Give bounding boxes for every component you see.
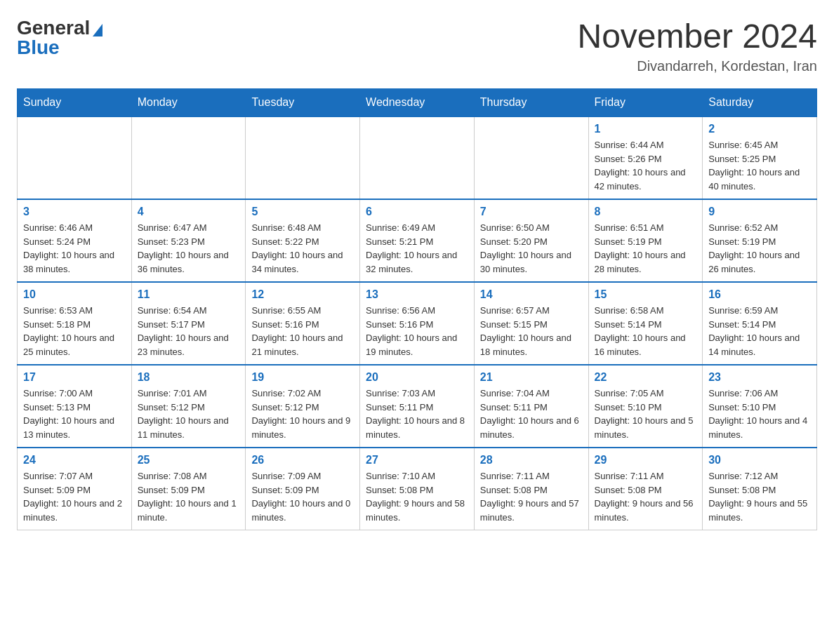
calendar-cell: [246, 116, 360, 199]
column-header-wednesday: Wednesday: [360, 89, 475, 117]
day-number: 16: [708, 288, 811, 301]
page-header: General Blue November 2024 Divandarreh, …: [17, 17, 817, 74]
calendar-cell: 6Sunrise: 6:49 AMSunset: 5:21 PMDaylight…: [360, 199, 475, 282]
day-number: 9: [708, 206, 811, 218]
column-header-thursday: Thursday: [474, 89, 588, 117]
calendar-cell: 9Sunrise: 6:52 AMSunset: 5:19 PMDaylight…: [703, 199, 817, 282]
day-info: Sunrise: 6:44 AMSunset: 5:26 PMDaylight:…: [595, 138, 697, 193]
day-number: 8: [595, 206, 697, 218]
location-subtitle: Divandarreh, Kordestan, Iran: [577, 58, 817, 74]
day-number: 24: [23, 454, 126, 467]
calendar-cell: 24Sunrise: 7:07 AMSunset: 5:09 PMDayligh…: [18, 448, 132, 530]
day-info: Sunrise: 6:56 AMSunset: 5:16 PMDaylight:…: [366, 304, 468, 358]
calendar-cell: 27Sunrise: 7:10 AMSunset: 5:08 PMDayligh…: [360, 448, 475, 530]
day-info: Sunrise: 7:08 AMSunset: 5:09 PMDaylight:…: [138, 469, 240, 524]
day-number: 13: [366, 288, 468, 301]
column-header-tuesday: Tuesday: [246, 89, 360, 117]
calendar-table: SundayMondayTuesdayWednesdayThursdayFrid…: [17, 88, 817, 530]
calendar-cell: 15Sunrise: 6:58 AMSunset: 5:14 PMDayligh…: [588, 282, 703, 365]
day-info: Sunrise: 7:09 AMSunset: 5:09 PMDaylight:…: [251, 469, 354, 524]
column-header-monday: Monday: [131, 89, 246, 117]
day-info: Sunrise: 6:53 AMSunset: 5:18 PMDaylight:…: [23, 304, 126, 358]
day-info: Sunrise: 6:54 AMSunset: 5:17 PMDaylight:…: [138, 304, 240, 358]
calendar-cell: [360, 116, 475, 199]
calendar-cell: 21Sunrise: 7:04 AMSunset: 5:11 PMDayligh…: [474, 365, 588, 448]
calendar-cell: 22Sunrise: 7:05 AMSunset: 5:10 PMDayligh…: [588, 365, 703, 448]
day-info: Sunrise: 6:52 AMSunset: 5:19 PMDaylight:…: [708, 221, 811, 276]
calendar-cell: 23Sunrise: 7:06 AMSunset: 5:10 PMDayligh…: [703, 365, 817, 448]
day-info: Sunrise: 6:46 AMSunset: 5:24 PMDaylight:…: [23, 221, 126, 276]
calendar-cell: [18, 116, 132, 199]
day-number: 30: [708, 454, 811, 467]
day-number: 28: [480, 454, 583, 467]
day-number: 4: [138, 206, 240, 218]
logo: General Blue: [17, 17, 102, 59]
day-number: 29: [595, 454, 697, 467]
calendar-cell: 19Sunrise: 7:02 AMSunset: 5:12 PMDayligh…: [246, 365, 360, 448]
day-number: 26: [251, 454, 354, 467]
week-row-1: 1Sunrise: 6:44 AMSunset: 5:26 PMDaylight…: [18, 116, 817, 199]
calendar-cell: 28Sunrise: 7:11 AMSunset: 5:08 PMDayligh…: [474, 448, 588, 530]
calendar-cell: 7Sunrise: 6:50 AMSunset: 5:20 PMDaylight…: [474, 199, 588, 282]
day-info: Sunrise: 7:11 AMSunset: 5:08 PMDaylight:…: [480, 469, 583, 524]
day-number: 27: [366, 454, 468, 467]
day-number: 18: [138, 371, 240, 384]
calendar-cell: 2Sunrise: 6:45 AMSunset: 5:25 PMDaylight…: [703, 116, 817, 199]
calendar-cell: [474, 116, 588, 199]
calendar-cell: 17Sunrise: 7:00 AMSunset: 5:13 PMDayligh…: [18, 365, 132, 448]
calendar-cell: 30Sunrise: 7:12 AMSunset: 5:08 PMDayligh…: [703, 448, 817, 530]
column-header-sunday: Sunday: [18, 89, 132, 117]
calendar-cell: 18Sunrise: 7:01 AMSunset: 5:12 PMDayligh…: [131, 365, 246, 448]
column-header-friday: Friday: [588, 89, 703, 117]
day-number: 21: [480, 371, 583, 384]
calendar-cell: 11Sunrise: 6:54 AMSunset: 5:17 PMDayligh…: [131, 282, 246, 365]
day-number: 11: [138, 288, 240, 301]
calendar-cell: 1Sunrise: 6:44 AMSunset: 5:26 PMDaylight…: [588, 116, 703, 199]
day-info: Sunrise: 6:45 AMSunset: 5:25 PMDaylight:…: [708, 138, 811, 193]
calendar-cell: 16Sunrise: 6:59 AMSunset: 5:14 PMDayligh…: [703, 282, 817, 365]
calendar-cell: 14Sunrise: 6:57 AMSunset: 5:15 PMDayligh…: [474, 282, 588, 365]
day-info: Sunrise: 7:01 AMSunset: 5:12 PMDaylight:…: [138, 387, 240, 441]
day-info: Sunrise: 6:47 AMSunset: 5:23 PMDaylight:…: [138, 221, 240, 276]
column-header-saturday: Saturday: [703, 89, 817, 117]
day-info: Sunrise: 7:04 AMSunset: 5:11 PMDaylight:…: [480, 387, 583, 441]
day-info: Sunrise: 6:57 AMSunset: 5:15 PMDaylight:…: [480, 304, 583, 358]
day-number: 19: [251, 371, 354, 384]
day-number: 2: [708, 123, 811, 135]
day-number: 23: [708, 371, 811, 384]
day-number: 22: [595, 371, 697, 384]
calendar-cell: 5Sunrise: 6:48 AMSunset: 5:22 PMDaylight…: [246, 199, 360, 282]
day-info: Sunrise: 7:12 AMSunset: 5:08 PMDaylight:…: [708, 469, 811, 524]
day-number: 7: [480, 206, 583, 218]
calendar-cell: 25Sunrise: 7:08 AMSunset: 5:09 PMDayligh…: [131, 448, 246, 530]
day-info: Sunrise: 6:59 AMSunset: 5:14 PMDaylight:…: [708, 304, 811, 358]
week-row-3: 10Sunrise: 6:53 AMSunset: 5:18 PMDayligh…: [18, 282, 817, 365]
logo-triangle: [93, 24, 102, 36]
week-row-2: 3Sunrise: 6:46 AMSunset: 5:24 PMDaylight…: [18, 199, 817, 282]
month-year-title: November 2024: [577, 17, 817, 55]
title-section: November 2024 Divandarreh, Kordestan, Ir…: [577, 17, 817, 74]
day-info: Sunrise: 6:58 AMSunset: 5:14 PMDaylight:…: [595, 304, 697, 358]
day-number: 1: [595, 123, 697, 135]
day-number: 15: [595, 288, 697, 301]
day-info: Sunrise: 6:55 AMSunset: 5:16 PMDaylight:…: [251, 304, 354, 358]
day-number: 14: [480, 288, 583, 301]
day-info: Sunrise: 7:00 AMSunset: 5:13 PMDaylight:…: [23, 387, 126, 441]
logo-text-blue: Blue: [17, 36, 102, 59]
day-number: 3: [23, 206, 126, 218]
calendar-cell: 3Sunrise: 6:46 AMSunset: 5:24 PMDaylight…: [18, 199, 132, 282]
day-info: Sunrise: 7:11 AMSunset: 5:08 PMDaylight:…: [595, 469, 697, 524]
calendar-cell: 26Sunrise: 7:09 AMSunset: 5:09 PMDayligh…: [246, 448, 360, 530]
day-info: Sunrise: 7:03 AMSunset: 5:11 PMDaylight:…: [366, 387, 468, 441]
calendar-cell: 13Sunrise: 6:56 AMSunset: 5:16 PMDayligh…: [360, 282, 475, 365]
day-info: Sunrise: 6:51 AMSunset: 5:19 PMDaylight:…: [595, 221, 697, 276]
week-row-5: 24Sunrise: 7:07 AMSunset: 5:09 PMDayligh…: [18, 448, 817, 530]
calendar-cell: 8Sunrise: 6:51 AMSunset: 5:19 PMDaylight…: [588, 199, 703, 282]
calendar-cell: 20Sunrise: 7:03 AMSunset: 5:11 PMDayligh…: [360, 365, 475, 448]
calendar-cell: 4Sunrise: 6:47 AMSunset: 5:23 PMDaylight…: [131, 199, 246, 282]
day-info: Sunrise: 6:49 AMSunset: 5:21 PMDaylight:…: [366, 221, 468, 276]
day-info: Sunrise: 6:48 AMSunset: 5:22 PMDaylight:…: [251, 221, 354, 276]
day-info: Sunrise: 7:02 AMSunset: 5:12 PMDaylight:…: [251, 387, 354, 441]
day-number: 20: [366, 371, 468, 384]
day-info: Sunrise: 7:05 AMSunset: 5:10 PMDaylight:…: [595, 387, 697, 441]
